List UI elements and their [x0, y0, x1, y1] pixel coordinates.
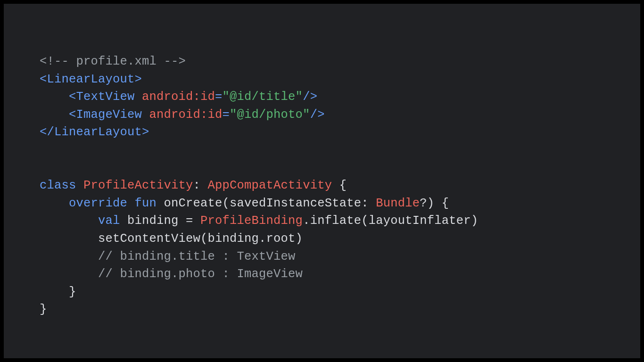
code-indent: [40, 108, 69, 122]
code-type: ProfileActivity: [83, 179, 193, 192]
code-text: {: [332, 179, 347, 192]
code-string: "@id/photo": [230, 108, 310, 122]
code-tag: </LinearLayout>: [40, 125, 149, 139]
code-text: ?) {: [420, 197, 449, 210]
code-tag: />: [310, 108, 325, 122]
code-indent: [40, 250, 98, 263]
code-keyword: class: [40, 179, 76, 192]
code-text: [127, 197, 135, 210]
code-text: }: [40, 303, 47, 316]
code-attr: android:id: [142, 90, 215, 104]
code-tag: />: [303, 90, 317, 104]
code-text: .inflate(layoutInflater): [303, 214, 478, 228]
code-tag: <TextView: [69, 90, 142, 104]
code-text: }: [40, 285, 76, 299]
code-punct: =: [215, 90, 223, 104]
code-type: Bundle: [376, 197, 420, 210]
code-string: "@id/title": [223, 90, 303, 104]
code-indent: [40, 90, 69, 104]
code-text: [76, 179, 84, 192]
code-text: binding =: [120, 214, 201, 228]
code-keyword: val: [98, 214, 120, 228]
code-type: AppCompatActivity: [208, 179, 332, 192]
code-comment: // binding.photo : ImageView: [98, 267, 303, 281]
code-keyword: fun: [135, 197, 157, 210]
code-comment: // binding.title : TextView: [98, 250, 296, 263]
code-tag: <ImageView: [69, 108, 149, 122]
code-slide: <!-- profile.xml --> <LinearLayout> <Tex…: [4, 4, 640, 358]
code-tag: <LinearLayout>: [40, 73, 142, 86]
code-type: ProfileBinding: [200, 214, 303, 228]
code-comment: <!-- profile.xml -->: [40, 55, 186, 68]
code-text: onCreate(savedInstanceState:: [157, 197, 376, 210]
code-block: <!-- profile.xml --> <LinearLayout> <Tex…: [40, 53, 478, 319]
code-punct: =: [223, 108, 230, 122]
code-attr: android:id: [149, 108, 223, 122]
code-indent: [40, 214, 98, 228]
code-keyword: override: [69, 197, 127, 210]
code-text: setContentView(binding.root): [40, 232, 303, 246]
code-indent: [40, 267, 98, 281]
code-text: :: [193, 179, 208, 192]
code-indent: [40, 197, 69, 210]
